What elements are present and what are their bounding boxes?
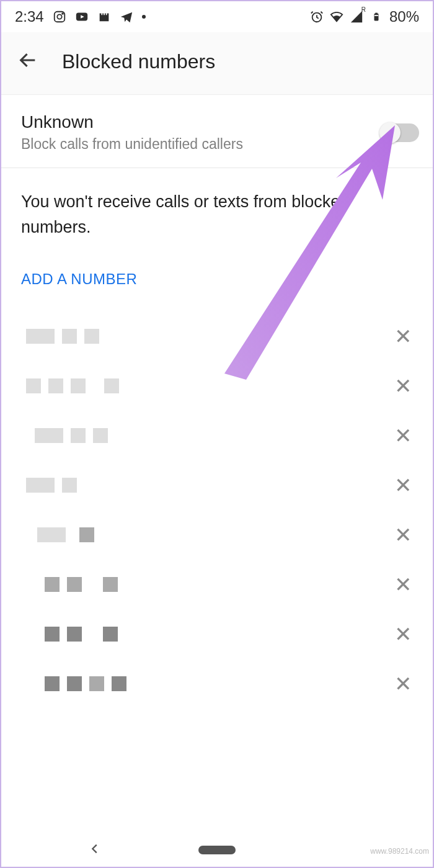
remove-button[interactable]: ✕ xyxy=(394,671,412,696)
page-title: Blocked numbers xyxy=(62,50,215,73)
status-left: 2:34 xyxy=(15,8,146,25)
remove-button[interactable]: ✕ xyxy=(394,324,412,349)
status-bar: 2:34 R 80% xyxy=(1,1,433,32)
list-item: ✕ xyxy=(1,609,433,659)
redacted-number xyxy=(45,676,126,691)
unknown-switch[interactable] xyxy=(381,123,419,142)
signal-icon: R xyxy=(350,10,363,24)
svg-rect-6 xyxy=(375,13,378,14)
castle-icon xyxy=(97,10,111,24)
toggle-subtitle: Block calls from unidentified callers xyxy=(21,136,243,153)
remove-button[interactable]: ✕ xyxy=(394,572,412,597)
redacted-number xyxy=(45,577,118,592)
list-item: ✕ xyxy=(1,460,433,510)
watermark: www.989214.com xyxy=(370,847,429,856)
list-item: ✕ xyxy=(1,560,433,609)
unknown-toggle-row[interactable]: Unknown Block calls from unidentified ca… xyxy=(1,95,433,168)
nav-home-pill[interactable] xyxy=(198,846,236,854)
more-icon xyxy=(142,15,146,19)
remove-button[interactable]: ✕ xyxy=(394,374,412,398)
back-button[interactable] xyxy=(17,50,38,73)
remove-button[interactable]: ✕ xyxy=(394,473,412,498)
battery-percent: 80% xyxy=(389,8,419,25)
redacted-number xyxy=(45,627,118,642)
redacted-number xyxy=(35,428,108,443)
alarm-icon xyxy=(310,10,324,24)
remove-button[interactable]: ✕ xyxy=(394,522,412,547)
redacted-number xyxy=(26,478,77,493)
nav-back-icon[interactable] xyxy=(88,842,102,858)
list-item: ✕ xyxy=(1,659,433,709)
list-item: ✕ xyxy=(1,411,433,460)
wifi-icon xyxy=(330,10,343,24)
status-right: R 80% xyxy=(310,8,419,25)
redacted-number xyxy=(37,527,94,542)
list-item: ✕ xyxy=(1,361,433,411)
info-text: You won't receive calls or texts from bl… xyxy=(1,168,433,246)
toggle-title: Unknown xyxy=(21,112,243,132)
redacted-number xyxy=(26,378,119,393)
add-number-button[interactable]: ADD A NUMBER xyxy=(1,246,433,300)
svg-point-2 xyxy=(62,13,63,14)
blocked-list: ✕ ✕ ✕ ✕ ✕ ✕ ✕ ✕ xyxy=(1,300,433,709)
instagram-icon xyxy=(53,10,66,24)
youtube-icon xyxy=(75,10,89,24)
telegram-icon xyxy=(120,10,133,24)
svg-rect-7 xyxy=(374,15,378,16)
svg-rect-5 xyxy=(374,14,378,21)
status-time: 2:34 xyxy=(15,8,44,25)
list-item: ✕ xyxy=(1,311,433,361)
redacted-number xyxy=(26,329,99,344)
toggle-text: Unknown Block calls from unidentified ca… xyxy=(21,112,243,153)
app-header: Blocked numbers xyxy=(1,32,433,95)
switch-thumb xyxy=(379,122,401,143)
battery-icon xyxy=(370,10,383,24)
svg-point-1 xyxy=(57,14,61,19)
remove-button[interactable]: ✕ xyxy=(394,423,412,448)
list-item: ✕ xyxy=(1,510,433,560)
navigation-bar xyxy=(1,833,433,867)
remove-button[interactable]: ✕ xyxy=(394,622,412,647)
